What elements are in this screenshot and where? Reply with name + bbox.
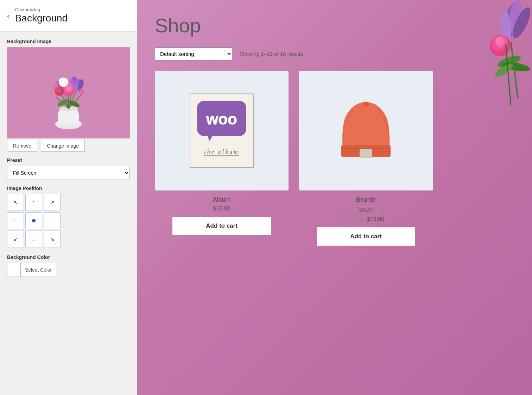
remove-button[interactable]: Remove <box>7 140 37 152</box>
pos-bottom-center[interactable]: ↓ <box>25 231 42 247</box>
album-add-to-cart[interactable]: Add to cart <box>172 217 271 235</box>
svg-point-39 <box>495 36 507 48</box>
bg-image-section: Background Image <box>7 39 130 152</box>
shop-toolbar: Default sorting Sort by popularity Sort … <box>155 47 514 60</box>
pos-bottom-left[interactable]: ↙ <box>7 231 24 247</box>
shop-title: Shop <box>155 14 514 37</box>
svg-point-30 <box>79 89 85 95</box>
svg-point-25 <box>61 78 66 83</box>
bouquet-illustration <box>7 47 130 138</box>
customizer-panel: ‹ Customizing Background Background Imag… <box>0 0 137 395</box>
svg-point-58 <box>363 102 369 107</box>
pos-top-center[interactable]: ↑ <box>25 194 42 211</box>
shop-panel: Shop Default sorting Sort by popularity … <box>137 0 532 395</box>
beanie-add-to-cart[interactable]: Add to cart <box>317 227 415 246</box>
header-text: Customizing Background <box>15 7 68 24</box>
beanie-name: Beanie <box>356 196 376 203</box>
bg-image-label: Background Image <box>7 39 130 44</box>
svg-point-28 <box>72 77 77 82</box>
svg-point-40 <box>495 37 504 46</box>
background-title: Background <box>15 12 68 24</box>
change-image-button[interactable]: Change image <box>41 140 85 152</box>
svg-text:woo: woo <box>206 110 237 128</box>
select-color-label[interactable]: Select Color <box>21 267 56 273</box>
beanie-image-box <box>299 71 433 190</box>
new-price: $18.00 <box>367 216 384 222</box>
album-price: $15.00 <box>213 206 230 212</box>
bg-color-label: Background Color <box>7 254 130 260</box>
bg-color-section: Background Color Select Color <box>7 254 130 277</box>
back-button[interactable]: ‹ <box>6 10 11 21</box>
color-swatch[interactable] <box>7 263 21 277</box>
pos-top-left[interactable]: ↖ <box>7 194 24 211</box>
image-position-label: Image Position <box>7 186 130 191</box>
price-row: $20.00 $18.00 <box>348 216 385 222</box>
product-card-beanie: Beanie SALE! $20.00 $18.00 Add to cart <box>299 71 433 246</box>
pos-center[interactable] <box>25 212 42 229</box>
panel-header: ‹ Customizing Background <box>0 0 137 32</box>
svg-rect-57 <box>360 149 372 158</box>
products-grid: woo the album Album $15.00 Add to cart <box>155 71 514 246</box>
preset-label: Preset <box>7 157 130 163</box>
pos-top-right[interactable]: ↗ <box>44 194 61 211</box>
customizing-label: Customizing <box>15 7 68 12</box>
svg-point-15 <box>66 85 71 90</box>
image-buttons: Remove Change image <box>7 140 130 152</box>
panel-content: Background Image <box>0 32 137 395</box>
sort-select[interactable]: Default sorting Sort by popularity Sort … <box>155 47 232 60</box>
svg-point-32 <box>56 87 62 93</box>
pos-middle-left[interactable]: ← <box>7 212 24 229</box>
image-position-section: Image Position ↖ ↑ ↗ ← → ↙ ↓ ↘ <box>7 186 130 247</box>
color-picker-row: Select Color <box>7 263 56 277</box>
preset-select[interactable]: Fill Screen Fit to Screen Repeat Custom <box>7 166 130 180</box>
album-name: Album <box>213 196 230 203</box>
preset-section: Preset Fill Screen Fit to Screen Repeat … <box>7 157 130 180</box>
center-dot <box>32 219 36 222</box>
results-text: Showing 1–12 of 18 results <box>239 51 303 57</box>
beanie-illustration <box>331 92 401 169</box>
bg-image-preview <box>7 47 130 138</box>
sale-badge: SALE! <box>354 206 378 214</box>
position-grid: ↖ ↑ ↗ ← → ↙ ↓ ↘ <box>7 194 130 247</box>
pos-bottom-right[interactable]: ↘ <box>44 231 61 247</box>
svg-text:the   album: the album <box>204 149 239 155</box>
pos-middle-right[interactable]: → <box>44 212 61 229</box>
old-price: $20.00 <box>348 216 364 222</box>
album-image-box: woo the album <box>155 71 289 190</box>
product-card-album: woo the album Album $15.00 Add to cart <box>155 71 289 246</box>
album-illustration: woo the album <box>179 85 264 176</box>
